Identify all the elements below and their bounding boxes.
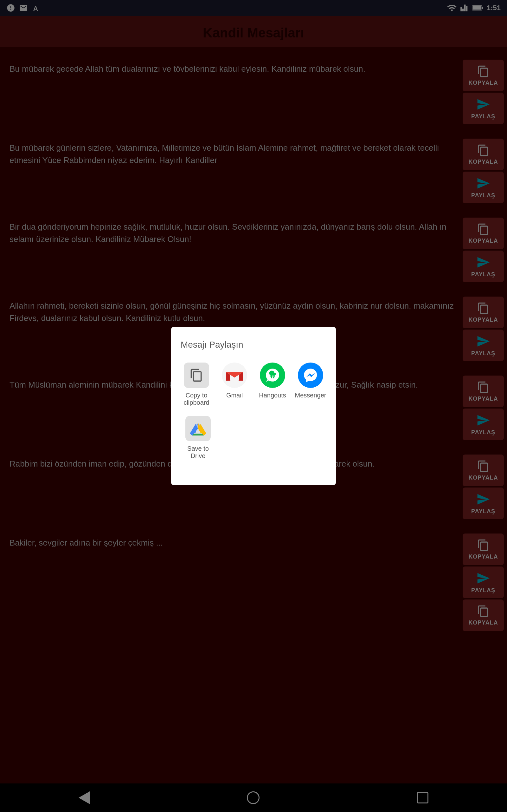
messenger-option-label: Messenger	[295, 392, 326, 399]
svg-rect-6	[239, 380, 243, 380]
hangouts-icon	[265, 367, 280, 383]
drive-option-label: Save to Drive	[181, 445, 216, 460]
clipboard-icon-container	[184, 362, 209, 388]
drive-icon-container	[185, 416, 211, 441]
gmail-icon-container	[222, 362, 247, 388]
share-options-row-2: Save to Drive	[181, 416, 326, 460]
share-option-gmail[interactable]: Gmail	[219, 362, 250, 406]
gmail-option-label: Gmail	[226, 392, 243, 399]
share-options-row-1: Copy to clipboard Gmail	[181, 362, 326, 406]
svg-rect-5	[226, 380, 230, 380]
share-option-clipboard[interactable]: Copy to clipboard	[181, 362, 212, 406]
hangouts-icon-container	[260, 362, 285, 388]
share-option-drive[interactable]: Save to Drive	[181, 416, 216, 460]
share-dialog: Mesajı Paylaşın Copy to clipboard	[171, 327, 336, 485]
messenger-icon-container	[298, 362, 323, 388]
gmail-icon	[222, 362, 247, 388]
share-option-messenger[interactable]: Messenger	[295, 362, 326, 406]
clipboard-option-label: Copy to clipboard	[181, 392, 212, 406]
clipboard-icon	[189, 368, 204, 382]
drive-icon	[190, 421, 206, 436]
hangouts-option-label: Hangouts	[259, 392, 286, 399]
messenger-icon	[302, 367, 319, 383]
share-dialog-title: Mesajı Paylaşın	[181, 340, 326, 350]
share-option-hangouts[interactable]: Hangouts	[257, 362, 288, 406]
